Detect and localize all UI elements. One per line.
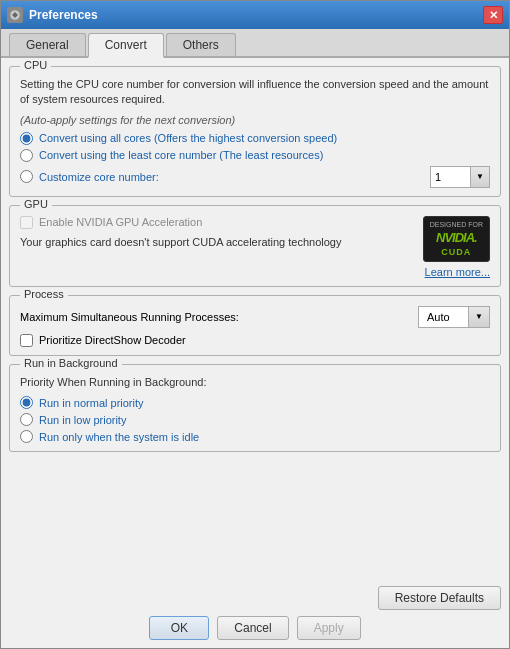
title-bar: Preferences ✕	[1, 1, 509, 29]
gpu-checkbox-label[interactable]: Enable NVIDIA GPU Acceleration	[20, 216, 392, 229]
restore-row: Restore Defaults	[9, 586, 501, 610]
cpu-radio-group: Convert using all cores (Offers the high…	[20, 132, 490, 188]
cpu-section-title: CPU	[20, 59, 51, 71]
tab-content: CPU Setting the CPU core number for conv…	[1, 58, 509, 578]
cpu-radio-all-cores-input[interactable]	[20, 132, 33, 145]
core-number-dropdown-btn[interactable]: ▼	[470, 166, 490, 188]
max-processes-label: Maximum Simultaneous Running Processes:	[20, 311, 239, 323]
bg-radio-low[interactable]: Run in low priority	[20, 413, 490, 426]
prioritize-directshow-label[interactable]: Prioritize DirectShow Decoder	[20, 334, 490, 347]
gpu-checkbox-text: Enable NVIDIA GPU Acceleration	[39, 216, 202, 228]
max-processes-value: Auto	[418, 306, 468, 328]
bg-radio-low-input[interactable]	[20, 413, 33, 426]
gpu-right: DESIGNED FOR NVIDIA. CUDA Learn more...	[400, 216, 490, 278]
background-radio-group: Run in normal priority Run in low priori…	[20, 396, 490, 443]
ok-button[interactable]: OK	[149, 616, 209, 640]
tab-convert[interactable]: Convert	[88, 33, 164, 58]
learn-more-link[interactable]: Learn more...	[425, 266, 490, 278]
app-icon	[7, 7, 23, 23]
process-section: Process Maximum Simultaneous Running Pro…	[9, 295, 501, 356]
bg-radio-normal-label: Run in normal priority	[39, 397, 144, 409]
prioritize-directshow-checkbox[interactable]	[20, 334, 33, 347]
max-processes-dropdown-btn[interactable]: ▼	[468, 306, 490, 328]
process-section-title: Process	[20, 288, 68, 300]
tab-general[interactable]: General	[9, 33, 86, 56]
gpu-left: Enable NVIDIA GPU Acceleration Your grap…	[20, 216, 392, 278]
bg-radio-idle[interactable]: Run only when the system is idle	[20, 430, 490, 443]
bg-radio-normal-input[interactable]	[20, 396, 33, 409]
cpu-radio-least-core[interactable]: Convert using the least core number (The…	[20, 149, 490, 162]
background-section: Run in Background Priority When Running …	[9, 364, 501, 452]
gpu-section: GPU Enable NVIDIA GPU Acceleration Your …	[9, 205, 501, 287]
cpu-section: CPU Setting the CPU core number for conv…	[9, 66, 501, 197]
window-title: Preferences	[29, 8, 477, 22]
gpu-info-text: Your graphics card doesn't support CUDA …	[20, 235, 392, 250]
bottom-row: OK Cancel Apply	[9, 616, 501, 640]
cuda-text: CUDA	[441, 247, 471, 257]
cpu-radio-customize[interactable]: Customize core number:	[20, 170, 159, 183]
nvidia-logo-text: NVIDIA.	[436, 230, 477, 245]
cpu-radio-all-cores-label: Convert using all cores (Offers the high…	[39, 132, 337, 144]
cpu-radio-least-core-input[interactable]	[20, 149, 33, 162]
core-number-input[interactable]	[430, 166, 470, 188]
apply-button[interactable]: Apply	[297, 616, 361, 640]
tab-others[interactable]: Others	[166, 33, 236, 56]
gpu-section-title: GPU	[20, 198, 52, 210]
cpu-auto-apply-text: (Auto-apply settings for the next conver…	[20, 114, 490, 126]
prioritize-directshow-text: Prioritize DirectShow Decoder	[39, 334, 186, 346]
footer-buttons: Restore Defaults OK Cancel Apply	[1, 578, 509, 648]
nvidia-badge: DESIGNED FOR NVIDIA. CUDA	[423, 216, 490, 262]
bg-radio-idle-input[interactable]	[20, 430, 33, 443]
bg-radio-idle-label: Run only when the system is idle	[39, 431, 199, 443]
cancel-button[interactable]: Cancel	[217, 616, 288, 640]
background-priority-label: Priority When Running in Background:	[20, 375, 490, 390]
close-button[interactable]: ✕	[483, 6, 503, 24]
cpu-radio-customize-input[interactable]	[20, 170, 33, 183]
cpu-radio-all-cores[interactable]: Convert using all cores (Offers the high…	[20, 132, 490, 145]
cpu-radio-customize-label: Customize core number:	[39, 171, 159, 183]
cpu-info-text: Setting the CPU core number for conversi…	[20, 77, 490, 108]
process-max-row: Maximum Simultaneous Running Processes: …	[20, 306, 490, 328]
core-number-input-group: ▼	[430, 166, 490, 188]
tabs-bar: General Convert Others	[1, 29, 509, 58]
restore-defaults-button[interactable]: Restore Defaults	[378, 586, 501, 610]
background-section-title: Run in Background	[20, 357, 122, 369]
gpu-content: Enable NVIDIA GPU Acceleration Your grap…	[20, 216, 490, 278]
bg-radio-low-label: Run in low priority	[39, 414, 126, 426]
nvidia-designed-text: DESIGNED FOR	[430, 221, 483, 228]
max-processes-dropdown-group: Auto ▼	[418, 306, 490, 328]
preferences-window: Preferences ✕ General Convert Others CPU…	[0, 0, 510, 649]
bg-radio-normal[interactable]: Run in normal priority	[20, 396, 490, 409]
cpu-radio-least-core-label: Convert using the least core number (The…	[39, 149, 323, 161]
gpu-checkbox-input[interactable]	[20, 216, 33, 229]
cpu-customize-row: Customize core number: ▼	[20, 166, 490, 188]
